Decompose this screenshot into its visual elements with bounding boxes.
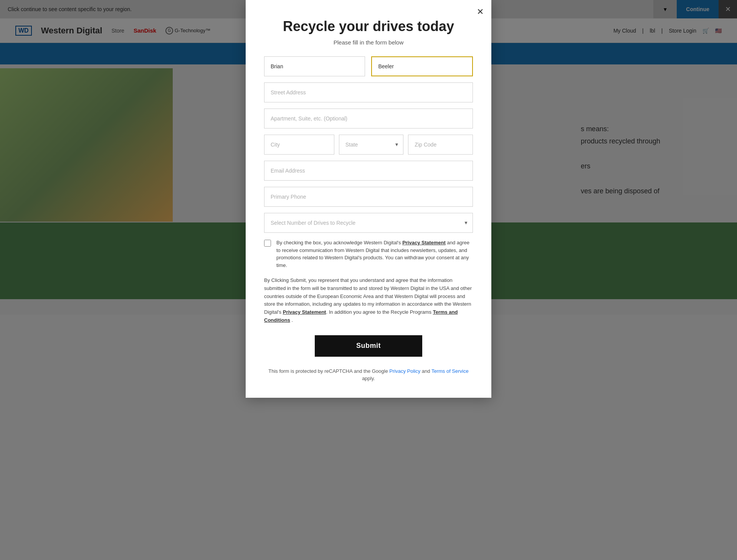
phone-row bbox=[264, 187, 473, 207]
modal-subtitle: Please fill in the form below bbox=[264, 39, 473, 46]
last-name-input[interactable] bbox=[371, 56, 473, 76]
name-fields-row bbox=[264, 56, 473, 76]
close-x-icon: ✕ bbox=[477, 7, 484, 16]
modal-overlay: ✕ Recycle your drives today Please fill … bbox=[0, 0, 737, 560]
street-address-input[interactable] bbox=[264, 82, 473, 102]
legal-text-block: By Clicking Submit, you represent that y… bbox=[264, 277, 473, 324]
recaptcha-text-prefix: This form is protected by reCAPTCHA and … bbox=[268, 368, 389, 374]
consent-checkbox-row: By checking the box, you acknowledge Wes… bbox=[264, 239, 473, 269]
primary-phone-input[interactable] bbox=[264, 187, 473, 207]
apartment-row bbox=[264, 109, 473, 128]
zip-field-wrapper bbox=[408, 135, 473, 155]
drives-select-row: Select Number of Drives to Recycle123456… bbox=[264, 213, 473, 233]
modal-title: Recycle your drives today bbox=[264, 18, 473, 35]
consent-label-prefix: By checking the box, you acknowledge Wes… bbox=[276, 240, 402, 245]
state-field-wrapper: StateALAKAZARCACOCTDEFLGAHIIDILINIAKSKYL… bbox=[339, 135, 404, 155]
legal-text-part2: . In addition you agree to the Recycle P… bbox=[326, 309, 433, 315]
city-field-wrapper bbox=[264, 135, 334, 155]
consent-checkbox[interactable] bbox=[264, 240, 271, 247]
submit-button[interactable]: Submit bbox=[315, 335, 422, 357]
state-select[interactable]: StateALAKAZARCACOCTDEFLGAHIIDILINIAKSKYL… bbox=[339, 135, 404, 155]
zip-code-input[interactable] bbox=[408, 135, 473, 155]
privacy-policy-link[interactable]: Privacy Policy bbox=[389, 368, 420, 374]
modal-close-button[interactable]: ✕ bbox=[477, 8, 484, 16]
drives-count-select[interactable]: Select Number of Drives to Recycle123456… bbox=[264, 213, 473, 233]
legal-privacy-statement-link[interactable]: Privacy Statement bbox=[283, 309, 326, 315]
email-address-input[interactable] bbox=[264, 161, 473, 181]
city-state-zip-row: StateALAKAZARCACOCTDEFLGAHIIDILINIAKSKYL… bbox=[264, 135, 473, 155]
recaptcha-end: apply. bbox=[362, 376, 375, 381]
consent-label[interactable]: By checking the box, you acknowledge Wes… bbox=[276, 239, 473, 269]
legal-text-part3: . bbox=[290, 317, 293, 323]
apartment-input[interactable] bbox=[264, 109, 473, 128]
city-input[interactable] bbox=[264, 135, 334, 155]
recaptcha-notice: This form is protected by reCAPTCHA and … bbox=[264, 367, 473, 382]
email-row bbox=[264, 161, 473, 181]
recycle-form-modal: ✕ Recycle your drives today Please fill … bbox=[246, 0, 491, 398]
first-name-input[interactable] bbox=[264, 56, 365, 76]
privacy-statement-link-1[interactable]: Privacy Statement bbox=[402, 240, 446, 245]
street-address-row bbox=[264, 82, 473, 102]
terms-of-service-link[interactable]: Terms of Service bbox=[431, 368, 469, 374]
recaptcha-and: and bbox=[420, 368, 431, 374]
